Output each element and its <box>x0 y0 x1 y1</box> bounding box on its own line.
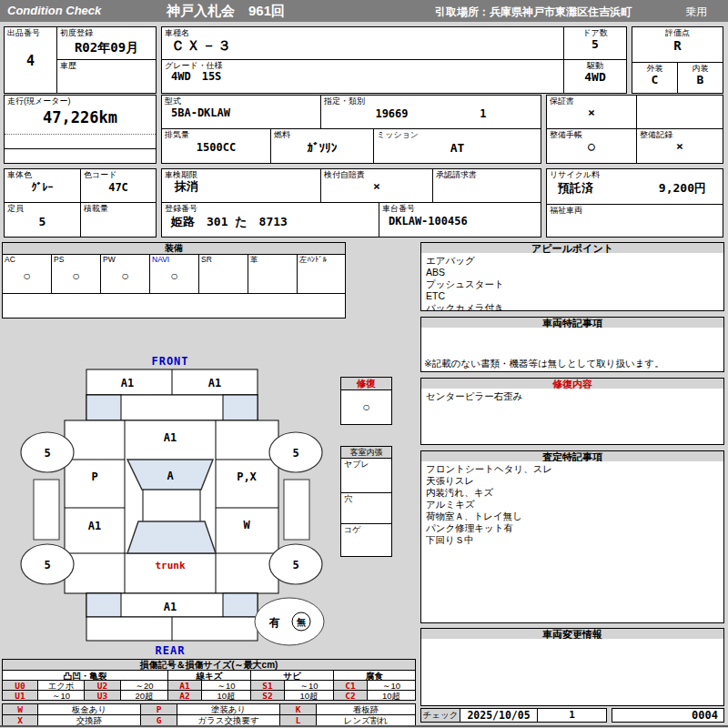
legend-size: 10超 <box>367 690 416 701</box>
color-code-cell: 色コード 47C <box>80 168 157 203</box>
tire-code: 5 <box>44 447 50 460</box>
registration-number-value: 姫路 301 た 8713 <box>162 213 379 232</box>
check-date-cell: 2025/10/05 <box>460 708 538 723</box>
load-label: 積載量 <box>81 203 156 213</box>
exterior-score-cell: 外装 C <box>632 62 678 94</box>
color-code-label: 色コード <box>81 169 156 179</box>
load-cell: 積載量 <box>80 202 157 238</box>
rear-panel-code: A1 <box>164 601 177 613</box>
legend-size: 20超 <box>120 690 168 701</box>
maintenance-record-cell: 整備記録 × <box>636 128 723 164</box>
chassis-number-label: 車台番号 <box>379 203 541 213</box>
vehicle-changes-body <box>420 639 724 706</box>
repair-line: センターピラー右歪み <box>426 390 719 402</box>
registration-number-cell: 登録番号 姫路 301 た 8713 <box>161 202 379 238</box>
recycle-fee-cell: リサイクル料 預託済 9,200円 <box>546 168 723 205</box>
color-code-value: 47C <box>81 179 156 197</box>
mileage-label: 走行(現メーター) <box>5 96 156 106</box>
bottom-divider <box>0 725 728 727</box>
doors-value: 5 <box>564 37 626 52</box>
brand-logo: Condition Check <box>7 4 101 17</box>
equipment-label: NAVI <box>150 255 198 264</box>
model-name-value: ＣＸ－３ <box>162 37 563 54</box>
displacement-value: 1500CC <box>162 139 270 157</box>
fuel-cell: 燃料 ｶﾞｿﾘﾝ <box>270 128 374 164</box>
fuel-label: 燃料 <box>271 129 373 139</box>
front-bumper-right-code: A1 <box>208 377 221 389</box>
recycle-fee-value: 9,200円 <box>659 179 706 198</box>
assessment-line: 下回りＳ中 <box>426 534 719 546</box>
warranty-cell: 保証書 × <box>546 95 637 129</box>
drive-label: 駆動 <box>564 60 626 70</box>
equipment-cell-sr: SR <box>198 254 248 294</box>
chassis-number-value: DKLAW-100456 <box>379 213 541 230</box>
equipment-cell-lhd: 左ﾊﾝﾄﾞﾙ <box>297 254 346 294</box>
exterior-score-value: C <box>632 73 677 87</box>
equipment-label: 左ﾊﾝﾄﾞﾙ <box>298 255 345 264</box>
score-value: R <box>632 37 723 54</box>
grade-value: 4WD 15S <box>162 70 563 83</box>
repair-details-body: センターピラー右歪み <box>420 389 724 445</box>
recycle-fee-label: リサイクル料 <box>547 169 723 179</box>
equipment-cell-ps: PS ○ <box>51 254 101 294</box>
equipment-title: 装備 <box>2 242 346 255</box>
rear-right-door-code: W <box>243 519 250 531</box>
equipment-mark: ○ <box>101 268 149 283</box>
body-color-value: ｸﾞﾚｰ <box>5 179 80 197</box>
recycle-status-value: 預託済 <box>558 179 593 198</box>
repair-flag-value: ○ <box>340 389 392 425</box>
check-count-cell: 1 <box>537 708 607 723</box>
equipment-label: PW <box>101 255 149 264</box>
appeal-line: プッシュスタート <box>426 278 719 290</box>
interior-score-cell: 内装 B <box>677 62 723 94</box>
interior-lining-label: コゲ <box>341 524 391 534</box>
approval-label: 承認請求書 <box>433 169 541 179</box>
fuel-value: ｶﾞｿﾘﾝ <box>271 139 373 158</box>
vehicle-notes-disclaimer: ※記載のない書類・機器等は無しとして取り扱います。 <box>424 358 664 369</box>
model-name-label: 車種名 <box>162 27 563 37</box>
displacement-label: 排気量 <box>162 129 270 139</box>
equipment-mark: ○ <box>150 268 198 283</box>
equipment-label: PS <box>52 255 100 264</box>
presence-no-label: 無 <box>296 617 306 627</box>
assessment-line: フロントシートヘタリ、スレ <box>426 463 719 475</box>
equipment-cell-pw: PW ○ <box>100 254 150 294</box>
model-code-cell: 型式 5BA-DKLAW <box>161 95 321 129</box>
equipment-label: AC <box>3 255 51 264</box>
appeal-line: ETC <box>426 290 719 302</box>
equipment-mark: ○ <box>3 268 51 283</box>
first-registration-cell: 初度登録 R02年09月 <box>56 26 157 60</box>
rear-left-door-code: A1 <box>88 520 101 532</box>
history-label: 車歴 <box>57 60 156 70</box>
interior-score-value: B <box>678 73 723 87</box>
legend-size: 10超 <box>201 690 251 701</box>
legend-code: S2 <box>250 690 285 701</box>
lot-number-label: 出品番号 <box>5 27 56 37</box>
exterior-score-label: 外装 <box>632 63 677 73</box>
pickup-location: 引取場所：兵庫県神戸市東灘区住吉浜町 <box>435 5 632 20</box>
doors-label: ドア数 <box>564 27 626 37</box>
legend-code: U3 <box>84 690 121 701</box>
class-number: 19669 <box>375 106 408 123</box>
inspection-value: 抹消 <box>162 179 320 194</box>
capacity-value: 5 <box>5 213 80 232</box>
model-code-value: 5BA-DKLAW <box>162 106 320 121</box>
appeal-points-body: エアバッグ ABS プッシュスタート ETC バックカメラ付き <box>420 253 724 311</box>
model-name-cell: 車種名 ＣＸ－３ <box>161 26 564 60</box>
insurance-label: 検付自賠責 <box>321 169 432 179</box>
warranty-value: × <box>547 106 636 121</box>
insurance-value: × <box>321 179 432 194</box>
tire-code: 5 <box>292 447 298 460</box>
warranty-spare-cell <box>636 95 723 129</box>
chassis-number-cell: 車台番号 DKLAW-100456 <box>379 202 541 238</box>
warranty-label: 保証書 <box>547 96 636 106</box>
class-label: 指定・類別 <box>321 96 541 106</box>
interior-lining-row-hole: 穴 <box>340 492 392 524</box>
history-cell: 車歴 <box>56 59 157 94</box>
body-color-cell: 車体色 ｸﾞﾚｰ <box>4 168 81 203</box>
capacity-cell: 定員 5 <box>4 202 81 238</box>
first-registration-label: 初度登録 <box>57 27 156 37</box>
front-right-door-code: P,X <box>237 470 257 483</box>
insurance-cell: 検付自賠責 × <box>320 168 433 203</box>
legend-size: ～10 <box>37 690 85 701</box>
